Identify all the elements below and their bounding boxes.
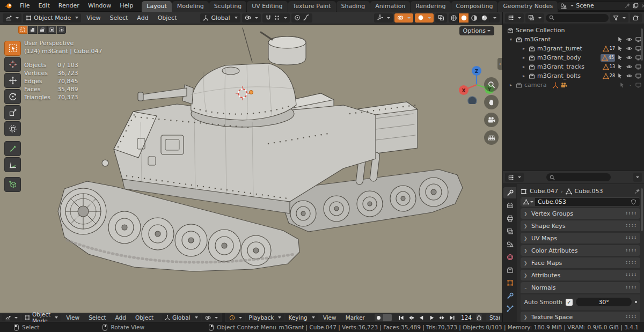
select-subtract-button[interactable] <box>38 26 47 34</box>
tab-scene[interactable] <box>503 239 516 250</box>
panel-texture-space[interactable]: ❯Texture Space∙∙∙∙∙∙∙∙ <box>521 312 640 322</box>
selectable-icon[interactable] <box>617 46 623 51</box>
mesh-browse-button[interactable] <box>521 198 535 206</box>
outliner-row-body[interactable]: ▸ m3Grant_body 45 <box>503 53 644 62</box>
display-mode-selector[interactable] <box>525 13 544 23</box>
outliner-search[interactable] <box>546 14 609 22</box>
add-cube-tool[interactable] <box>4 177 21 192</box>
drag-handle-icon[interactable]: ∙∙∙∙∙∙∙∙ <box>625 315 637 319</box>
menu-object[interactable]: Object <box>154 14 181 21</box>
shading-wireframe-button[interactable] <box>449 13 459 23</box>
playback-menu[interactable]: Playback <box>246 314 284 321</box>
animate-property-dot[interactable] <box>635 301 637 303</box>
workspace-tab-modeling[interactable]: Modeling <box>172 1 209 12</box>
select-extend-button[interactable] <box>28 26 37 34</box>
frame-start-field[interactable]: Start 1 <box>486 314 500 321</box>
menu-render[interactable]: Render <box>54 0 84 12</box>
new-scene-icon[interactable] <box>633 3 639 9</box>
menu-view[interactable]: View <box>62 314 83 321</box>
menu-help[interactable]: Help <box>115 0 137 12</box>
workspace-tab-animation[interactable]: Animation <box>370 1 410 12</box>
move-tool[interactable] <box>4 73 21 88</box>
sidebar-toggle[interactable]: ‹ <box>497 58 502 70</box>
eye-icon[interactable] <box>626 46 632 51</box>
disclosure-triangle[interactable]: ▸ <box>521 73 526 78</box>
menu-edit[interactable]: Edit <box>34 0 54 12</box>
select-set-button[interactable] <box>18 26 27 34</box>
chevron-icon[interactable]: ⌄ <box>628 82 632 88</box>
menu-object[interactable]: Object <box>131 314 157 321</box>
menu-view[interactable]: View <box>83 14 104 21</box>
record-button[interactable] <box>375 314 383 321</box>
xray-toggle[interactable] <box>435 13 447 23</box>
workspace-tab-rendering[interactable]: Rendering <box>411 1 450 12</box>
menu-select[interactable]: Select <box>85 314 109 321</box>
editor-type-button[interactable] <box>505 13 524 23</box>
pan-button[interactable] <box>484 95 499 109</box>
play-button[interactable] <box>427 314 436 321</box>
selectable-icon[interactable] <box>617 36 623 42</box>
shading-solid-button[interactable] <box>459 13 469 23</box>
tab-collection[interactable] <box>503 264 516 276</box>
breadcrumb-data[interactable]: Cube.053 <box>575 188 603 195</box>
properties-scrollbar[interactable] <box>641 188 643 231</box>
workspace-tab-shading[interactable]: Shading <box>336 1 370 12</box>
outliner-row-turret[interactable]: ▸ m3grant_turret 17 <box>503 44 644 53</box>
panel-normals[interactable]: ⌄Normals∙∙∙∙∙∙∙∙ <box>521 282 640 293</box>
annotate-tool[interactable] <box>4 141 21 156</box>
mesh-name-field[interactable]: Cube.053 <box>521 197 640 206</box>
pin-icon[interactable] <box>625 3 631 9</box>
close-icon[interactable] <box>641 3 644 9</box>
workspace-tab-geometry-nodes[interactable]: Geometry Nodes <box>498 1 558 12</box>
workspace-tab-sculpting[interactable]: Sculpting <box>209 1 246 12</box>
next-keyframe-button[interactable] <box>437 314 447 321</box>
tab-particles[interactable] <box>503 303 516 314</box>
properties-search[interactable] <box>546 173 611 181</box>
show-overlays-button[interactable] <box>394 13 413 23</box>
drag-handle-icon[interactable]: ∙∙∙∙∙∙∙∙ <box>625 224 637 227</box>
shading-material-button[interactable] <box>469 13 479 23</box>
outliner-row-scene-collection[interactable]: Scene Collection <box>503 26 644 35</box>
drag-handle-icon[interactable]: ∙∙∙∙∙∙∙∙ <box>625 237 637 240</box>
panel-attributes[interactable]: ❯Attributes∙∙∙∙∙∙∙∙ <box>521 270 640 281</box>
measure-tool[interactable] <box>4 157 21 172</box>
rotate-tool[interactable] <box>4 89 21 104</box>
scale-tool[interactable] <box>4 105 21 120</box>
tab-object[interactable] <box>503 277 516 289</box>
auto-key-toggle[interactable] <box>383 314 392 321</box>
options-button[interactable]: Options <box>459 26 494 35</box>
panel-vertex-groups[interactable]: ❯Vertex Groups∙∙∙∙∙∙∙∙ <box>521 208 640 219</box>
selectable-icon[interactable] <box>617 55 623 61</box>
shading-rendered-button[interactable] <box>479 13 489 23</box>
workspace-tab-layout[interactable]: Layout <box>142 1 171 12</box>
keying-menu[interactable]: Keying <box>286 314 317 321</box>
panel-shape-keys[interactable]: ❯Shape Keys∙∙∙∙∙∙∙∙ <box>521 220 640 231</box>
prev-keyframe-button[interactable] <box>407 314 416 321</box>
auto-smooth-angle-slider[interactable]: 30° <box>576 298 632 306</box>
eye-icon[interactable] <box>626 36 632 42</box>
disclosure-triangle[interactable]: ▸ <box>521 64 526 69</box>
zoom-button[interactable] <box>484 77 499 92</box>
new-collection-button[interactable] <box>630 13 642 23</box>
fake-user-shield-icon[interactable] <box>631 199 636 205</box>
disclosure-triangle[interactable]: ▾ <box>508 37 514 42</box>
drag-handle-icon[interactable]: ∙∙∙∙∙∙∙∙ <box>625 261 637 264</box>
show-gizmo-button[interactable] <box>374 13 393 23</box>
outliner-row-bolts[interactable]: ▸ m3Grant_bolts 28 <box>503 71 644 80</box>
timeline-marker-menu[interactable]: Marker <box>342 314 369 321</box>
cursor-tool[interactable] <box>4 57 21 72</box>
mode-selector[interactable]: Object Mode <box>22 314 61 321</box>
disclosure-triangle[interactable]: ▸ <box>508 83 514 87</box>
scene-selector[interactable]: Scene <box>558 1 644 11</box>
use-preview-range-button[interactable] <box>476 314 482 321</box>
filter-button[interactable] <box>610 13 628 23</box>
current-frame-field[interactable]: 124 <box>461 314 472 321</box>
timeline-editor-type-button[interactable] <box>226 314 245 321</box>
outliner-row-tracks[interactable]: ▸ m3Grant_tracks 13 <box>503 62 644 71</box>
show-extras-button[interactable] <box>415 13 434 23</box>
viewport-3d[interactable]: Options User Perspective (124) m3Grant |… <box>0 25 502 313</box>
search-input[interactable] <box>557 15 605 21</box>
pivot-point-selector[interactable] <box>242 13 261 23</box>
select-box-tool[interactable] <box>4 41 21 56</box>
transform-orientation-selector[interactable]: Global <box>200 13 240 23</box>
